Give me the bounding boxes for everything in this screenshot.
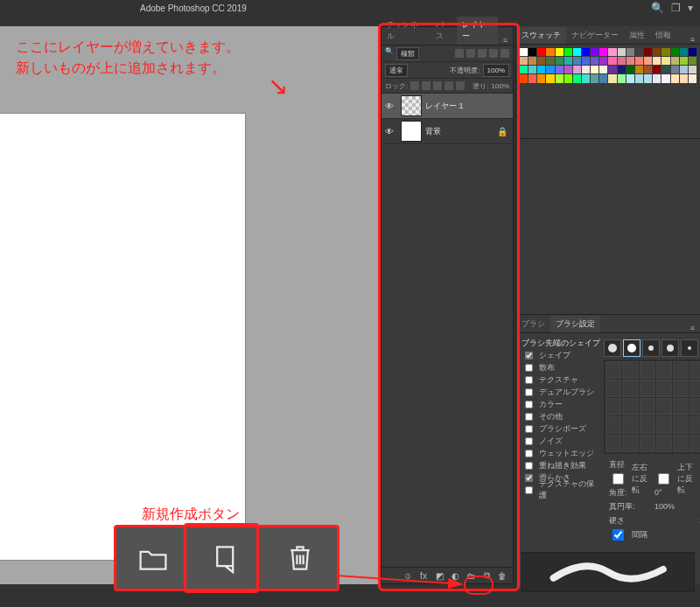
swatch[interactable] <box>528 48 536 56</box>
layer-thumb[interactable] <box>401 95 422 116</box>
swatch[interactable] <box>546 48 554 56</box>
swatch[interactable] <box>644 74 652 82</box>
swatch[interactable] <box>599 74 607 82</box>
swatch[interactable] <box>662 57 669 65</box>
swatch[interactable] <box>689 66 696 73</box>
brush-preset[interactable] <box>606 398 621 415</box>
layer-thumb[interactable] <box>401 121 422 142</box>
swatch[interactable] <box>537 66 545 73</box>
swatch[interactable] <box>671 57 679 65</box>
swatch[interactable] <box>546 74 554 82</box>
swatch[interactable] <box>644 57 652 65</box>
swatch[interactable] <box>618 57 626 65</box>
swatch[interactable] <box>653 74 661 82</box>
brush-preset[interactable] <box>640 380 655 397</box>
swatch[interactable] <box>520 48 528 56</box>
swatch[interactable] <box>644 48 652 56</box>
opt-protect-check[interactable] <box>525 486 533 494</box>
opt-wet-check[interactable] <box>525 450 533 457</box>
swatch[interactable] <box>680 48 688 56</box>
brush-preset[interactable] <box>673 435 689 452</box>
delete-layer-icon[interactable]: 🗑 <box>497 570 508 581</box>
opt-protect[interactable]: テクスチャの保護 <box>539 478 600 501</box>
link-layers-icon[interactable]: ⦶ <box>402 570 413 581</box>
fill-value[interactable]: 100% <box>492 82 509 90</box>
swatch[interactable] <box>537 57 545 65</box>
lock-paint-icon[interactable] <box>422 81 430 90</box>
brush-preset[interactable] <box>656 398 672 415</box>
tab-swatches[interactable]: スウォッチ <box>516 27 566 44</box>
brush-preset[interactable] <box>656 435 672 452</box>
brush-preset[interactable] <box>606 416 621 434</box>
swatch[interactable] <box>546 66 554 73</box>
filter-smart-icon[interactable] <box>500 49 509 58</box>
layer-name[interactable]: レイヤー 1 <box>425 101 464 112</box>
swatch[interactable] <box>671 48 679 56</box>
opt-noise-check[interactable] <box>525 437 533 445</box>
lock-artboard-icon[interactable] <box>444 81 453 90</box>
swatch[interactable] <box>573 57 581 65</box>
swatch[interactable] <box>591 66 598 73</box>
opt-scatter-check[interactable] <box>525 364 533 372</box>
brush-preset[interactable] <box>622 435 638 452</box>
brush-tip-shape-label[interactable]: ブラシ先端のシェイプ <box>522 337 600 349</box>
blend-mode-select[interactable]: 通常 <box>385 64 408 77</box>
opt-pose-check[interactable] <box>525 425 533 433</box>
brush-preset[interactable] <box>656 361 672 379</box>
brush-preset[interactable] <box>656 380 672 397</box>
swatch[interactable] <box>556 66 564 73</box>
opt-color[interactable]: カラー <box>539 399 563 410</box>
swatch[interactable] <box>608 74 616 82</box>
brush-tip[interactable] <box>604 339 621 357</box>
swatch[interactable] <box>608 66 616 73</box>
swatch[interactable] <box>662 74 669 82</box>
swatch[interactable] <box>635 48 643 56</box>
brush-preset[interactable] <box>606 435 621 452</box>
swatch[interactable] <box>608 48 616 56</box>
brush-preset[interactable] <box>640 416 655 434</box>
swatch[interactable] <box>653 57 661 65</box>
opt-dual-check[interactable] <box>525 388 533 396</box>
swatch[interactable] <box>582 66 590 73</box>
swatch[interactable] <box>626 57 634 65</box>
group-icon[interactable]: 🗀 <box>466 570 476 581</box>
opacity-value[interactable]: 100% <box>483 64 509 77</box>
roundness-value[interactable]: 100% <box>654 502 675 511</box>
tab-paths[interactable]: パス <box>430 17 457 45</box>
workspace-icon[interactable]: ❐ <box>671 2 681 14</box>
swatch[interactable] <box>608 57 616 65</box>
flip-y-check[interactable] <box>658 473 669 485</box>
swatch[interactable] <box>537 48 545 56</box>
swatch[interactable] <box>556 57 564 65</box>
swatch[interactable] <box>573 74 581 82</box>
swatch[interactable] <box>644 66 652 73</box>
brush-preset[interactable] <box>640 398 655 415</box>
swatch[interactable] <box>582 48 590 56</box>
tab-brush-settings[interactable]: ブラシ設定 <box>550 316 600 332</box>
swatch[interactable] <box>689 48 696 56</box>
search-icon[interactable]: 🔍 <box>651 2 664 14</box>
opt-noise[interactable]: ノイズ <box>539 436 563 447</box>
adjustment-icon[interactable]: ◐ <box>450 570 460 581</box>
swatch[interactable] <box>582 57 590 65</box>
tab-brush[interactable]: ブラシ <box>516 316 550 332</box>
fx-icon[interactable]: fx <box>418 570 429 581</box>
brush-preset[interactable] <box>656 416 672 434</box>
opt-shape[interactable]: シェイプ <box>539 350 570 361</box>
swatch[interactable] <box>599 48 607 56</box>
swatch[interactable] <box>528 66 536 73</box>
swatch[interactable] <box>662 48 669 56</box>
swatch[interactable] <box>626 66 634 73</box>
lock-all-icon[interactable] <box>456 81 465 90</box>
swatch[interactable] <box>591 74 598 82</box>
layer-name[interactable]: 背景 <box>425 126 441 137</box>
swatch[interactable] <box>573 48 581 56</box>
tab-attributes[interactable]: 属性 <box>624 27 650 44</box>
more-icon[interactable]: ▾ <box>688 2 693 14</box>
lock-position-icon[interactable] <box>433 81 442 90</box>
tab-navigator[interactable]: ナビゲーター <box>566 27 624 44</box>
swatch[interactable] <box>680 74 688 82</box>
layer-filter-kind[interactable]: 種類 <box>396 47 419 60</box>
swatch[interactable] <box>556 48 564 56</box>
swatch[interactable] <box>564 74 572 82</box>
